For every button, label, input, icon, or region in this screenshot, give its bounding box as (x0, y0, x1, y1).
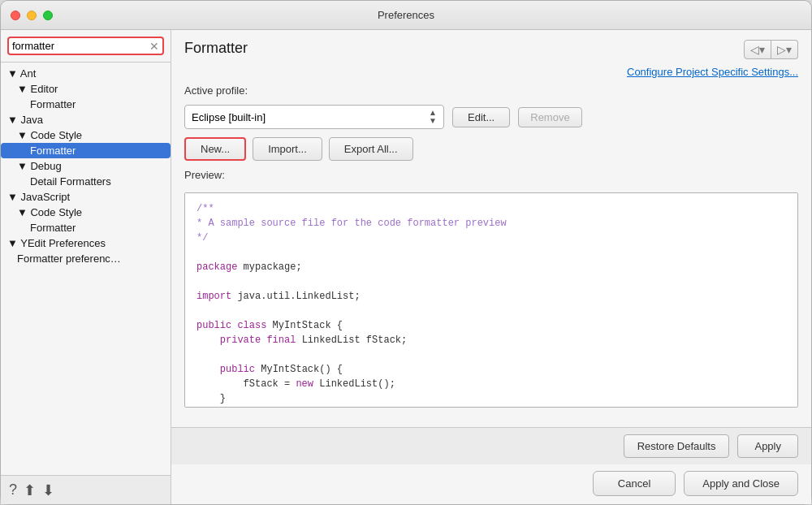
profile-value: Eclipse [built-in] (192, 111, 266, 123)
tree-item-js-formatter[interactable]: Formatter (1, 220, 171, 235)
code-text: MyIntStack { (266, 320, 343, 331)
search-box: ✕ (1, 30, 171, 63)
dropdown-arrow-icon: ▲ ▼ (429, 109, 437, 125)
sidebar: ✕ ▼ Ant ▼ Editor Formatter ▼ Java ▼ Code… (1, 30, 171, 504)
code-text: LinkedList(); (313, 378, 395, 390)
content-area: ✕ ▼ Ant ▼ Editor Formatter ▼ Java ▼ Code… (1, 30, 811, 504)
main-title: Formatter (184, 40, 248, 57)
form-area: Active profile: Eclipse [built-in] ▲ ▼ E… (171, 84, 811, 192)
code-text: java.util.LinkedList; (231, 291, 360, 302)
remove-button[interactable]: Remove (518, 107, 581, 127)
tree-item-javascript[interactable]: ▼ JavaScript (1, 189, 171, 205)
tree-item[interactable]: ▼ Editor (1, 81, 171, 97)
code-text: } (220, 393, 226, 404)
tree-item-debug[interactable]: ▼ Debug (1, 158, 171, 174)
apply-close-button[interactable]: Apply and Close (684, 471, 798, 496)
profile-selector-row: Eclipse [built-in] ▲ ▼ Edit... Remove (184, 105, 798, 129)
search-clear-icon[interactable]: ✕ (149, 41, 159, 52)
tree-item-yedit-formatter[interactable]: Formatter preferenc… (1, 251, 171, 266)
code-text: fStack = (244, 378, 296, 390)
traffic-lights (11, 11, 53, 20)
search-wrapper: ✕ (7, 37, 164, 55)
code-text: mypackage; (237, 261, 301, 273)
tree-item[interactable]: ▼ Java (1, 112, 171, 127)
tree-item[interactable]: ▼ Ant (1, 66, 171, 81)
preferences-window: Preferences ✕ ▼ Ant ▼ Editor Formatter ▼… (0, 0, 812, 505)
search-input[interactable] (12, 40, 149, 52)
code-text: MyIntStack() { (255, 364, 343, 375)
titlebar: Preferences (1, 1, 811, 30)
tree-item-java-formatter[interactable]: Formatter (1, 143, 171, 158)
code-indent (197, 393, 220, 404)
code-indent (197, 378, 244, 390)
active-profile-row: Active profile: (184, 84, 798, 97)
configure-project-link[interactable]: Configure Project Specific Settings... (627, 66, 798, 78)
action-buttons: New... Import... Export All... (184, 137, 798, 161)
restore-defaults-button[interactable]: Restore Defaults (624, 434, 730, 458)
import-button[interactable]: Import... (253, 137, 322, 161)
code-keyword: new (296, 378, 313, 390)
help-icon[interactable]: ? (9, 481, 17, 499)
code-line: /** * A sample source file for the code … (197, 203, 507, 244)
apply-button[interactable]: Apply (737, 434, 798, 458)
export-icon[interactable]: ⬇ (42, 481, 54, 499)
sidebar-item-js-codestyle[interactable]: ▼ Code Style (1, 205, 171, 220)
window-title: Preferences (378, 9, 434, 21)
edit-button[interactable]: Edit... (452, 107, 510, 127)
profile-dropdown[interactable]: Eclipse [built-in] ▲ ▼ (184, 105, 444, 129)
bottom-buttons: Cancel Apply and Close (171, 464, 811, 504)
code-keyword: package (197, 261, 237, 273)
nav-arrows: ◁▾ ▷▾ (744, 40, 798, 59)
main-header: Formatter ◁▾ ▷▾ (171, 30, 811, 66)
forward-arrow-button[interactable]: ▷▾ (771, 40, 798, 59)
code-keyword: import (197, 291, 231, 302)
preview-area: /** * A sample source file for the code … (184, 192, 798, 408)
import-icon[interactable]: ⬆ (24, 481, 36, 499)
tree-item-detail-formatters[interactable]: Detail Formatters (1, 174, 171, 189)
tree-item-ant-formatter[interactable]: Formatter (1, 97, 171, 112)
sidebar-bottom: ? ⬆ ⬇ (1, 475, 171, 504)
code-keyword: public class (197, 320, 266, 331)
code-text: LinkedList fStack; (296, 335, 407, 346)
tree: ▼ Ant ▼ Editor Formatter ▼ Java ▼ Code S… (1, 63, 171, 475)
tree-item-yedit[interactable]: ▼ YEdit Preferences (1, 235, 171, 251)
code-indent (197, 364, 220, 375)
sidebar-item-java-codestyle[interactable]: ▼ Code Style (1, 127, 171, 143)
new-button[interactable]: New... (184, 137, 246, 161)
preview-label: Preview: (184, 169, 798, 181)
code-keyword: public (220, 364, 255, 375)
cancel-button[interactable]: Cancel (593, 471, 676, 496)
maximize-button[interactable] (43, 11, 53, 20)
export-all-button[interactable]: Export All... (329, 137, 413, 161)
restore-apply-bar: Restore Defaults Apply (171, 427, 811, 464)
minimize-button[interactable] (27, 11, 37, 20)
back-arrow-button[interactable]: ◁▾ (744, 40, 771, 59)
code-indent (197, 335, 220, 346)
main-panel: Formatter ◁▾ ▷▾ Configure Project Specif… (171, 30, 811, 504)
close-button[interactable] (11, 11, 20, 20)
active-profile-label: Active profile: (184, 84, 266, 97)
code-keyword: private final (220, 335, 296, 346)
